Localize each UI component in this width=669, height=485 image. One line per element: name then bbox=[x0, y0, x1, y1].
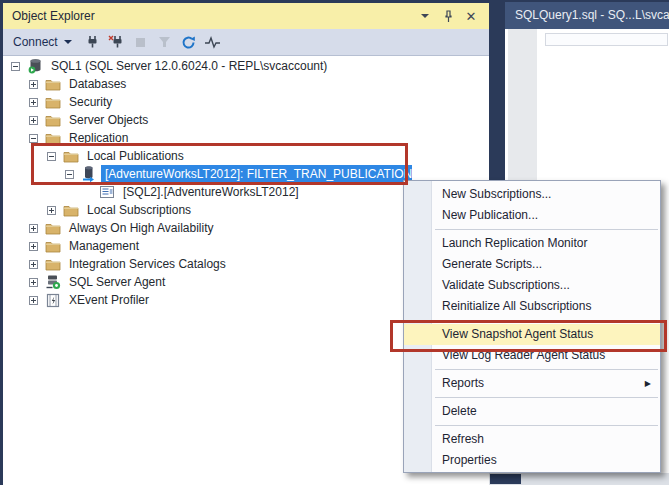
menu-item-validate-subscriptions[interactable]: Validate Subscriptions... bbox=[404, 275, 660, 296]
subscription-icon bbox=[99, 184, 115, 200]
menu-separator bbox=[435, 397, 658, 398]
menu-item-generate-scripts[interactable]: Generate Scripts... bbox=[404, 254, 660, 275]
folder-icon bbox=[45, 112, 61, 128]
tree-item-label: SQL1 (SQL Server 12.0.6024.0 - REPL\svca… bbox=[47, 57, 331, 76]
menu-item-properties[interactable]: Properties bbox=[404, 450, 660, 471]
connect-plug-icon[interactable] bbox=[83, 33, 102, 52]
collapse-icon[interactable] bbox=[11, 62, 20, 71]
panel-title: Object Explorer bbox=[12, 9, 410, 23]
object-explorer-toolbar: Connect bbox=[3, 29, 489, 56]
server-icon bbox=[27, 58, 43, 74]
menu-separator bbox=[435, 369, 658, 370]
menu-item-new-publication[interactable]: New Publication... bbox=[404, 205, 660, 226]
tree-item[interactable]: SQL1 (SQL Server 12.0.6024.0 - REPL\svca… bbox=[3, 57, 489, 75]
folder-icon bbox=[45, 238, 61, 254]
horizontal-scrollbar[interactable] bbox=[489, 473, 669, 485]
close-icon[interactable]: ✕ bbox=[463, 8, 479, 24]
tree-item-label: Integration Services Catalogs bbox=[65, 255, 230, 274]
tree-item-label: Security bbox=[65, 93, 116, 112]
tree-item-label: Management bbox=[65, 237, 143, 256]
expand-icon[interactable] bbox=[29, 80, 38, 89]
tree-item-label: [SQL2].[AdventureWorksLT2012] bbox=[119, 183, 303, 202]
expand-icon[interactable] bbox=[29, 98, 38, 107]
tree-item-label: SQL Server Agent bbox=[65, 273, 169, 292]
expand-icon[interactable] bbox=[29, 224, 38, 233]
submenu-arrow-icon: ▶ bbox=[645, 373, 651, 394]
editor-top-box bbox=[545, 33, 668, 46]
stop-icon bbox=[131, 33, 150, 52]
chevron-down-icon bbox=[64, 40, 72, 44]
menu-separator bbox=[435, 425, 658, 426]
collapse-icon[interactable] bbox=[29, 134, 38, 143]
menu-separator bbox=[435, 229, 658, 230]
menu-item-delete[interactable]: Delete bbox=[404, 401, 660, 422]
connect-button[interactable]: Connect bbox=[9, 33, 78, 51]
document-tab-title: SQLQuery1.sql - SQ...L\svcacco bbox=[515, 8, 669, 22]
folder-icon bbox=[63, 202, 79, 218]
tree-item-label: XEvent Profiler bbox=[65, 291, 153, 310]
folder-icon bbox=[45, 76, 61, 92]
tree-item[interactable]: Server Objects bbox=[3, 111, 489, 129]
filter-icon bbox=[155, 33, 174, 52]
tree-item-label: Local Subscriptions bbox=[83, 201, 195, 220]
window-position-icon[interactable] bbox=[417, 8, 433, 24]
agent-icon bbox=[45, 274, 61, 290]
tree-item-label: Server Objects bbox=[65, 111, 152, 130]
menu-item-refresh[interactable]: Refresh bbox=[404, 429, 660, 450]
xevent-icon bbox=[45, 292, 61, 308]
expand-icon[interactable] bbox=[29, 116, 38, 125]
expand-icon[interactable] bbox=[29, 296, 38, 305]
folder-icon bbox=[45, 220, 61, 236]
folder-icon bbox=[45, 256, 61, 272]
object-explorer-titlebar: Object Explorer ✕ bbox=[3, 3, 489, 29]
annotation-box-view-snapshot bbox=[390, 320, 667, 352]
menu-item-reinitialize-all-subscriptions[interactable]: Reinitialize All Subscriptions bbox=[404, 296, 660, 317]
tree-item[interactable]: Databases bbox=[3, 75, 489, 93]
annotation-box-publication bbox=[31, 143, 408, 185]
expander-spacer bbox=[83, 188, 92, 197]
tree-item-label: Databases bbox=[65, 75, 130, 94]
menu-item-reports[interactable]: Reports▶ bbox=[404, 373, 660, 394]
expand-icon[interactable] bbox=[29, 242, 38, 251]
scrollbar-thumb[interactable] bbox=[490, 474, 521, 484]
menu-item-new-subscriptions[interactable]: New Subscriptions... bbox=[404, 184, 660, 205]
refresh-icon[interactable] bbox=[179, 33, 198, 52]
connect-button-label: Connect bbox=[13, 35, 58, 49]
document-tab[interactable]: SQLQuery1.sql - SQ...L\svcacco bbox=[505, 2, 669, 29]
pin-icon[interactable] bbox=[440, 8, 456, 24]
expand-icon[interactable] bbox=[47, 206, 56, 215]
tree-item-label: Always On High Availability bbox=[65, 219, 218, 238]
menu-item-launch-replication-monitor[interactable]: Launch Replication Monitor bbox=[404, 233, 660, 254]
expand-icon[interactable] bbox=[29, 260, 38, 269]
tree-item[interactable]: Security bbox=[3, 93, 489, 111]
activity-monitor-icon[interactable] bbox=[203, 33, 222, 52]
expand-icon[interactable] bbox=[29, 278, 38, 287]
folder-icon bbox=[45, 94, 61, 110]
disconnect-plug-icon[interactable] bbox=[107, 33, 126, 52]
